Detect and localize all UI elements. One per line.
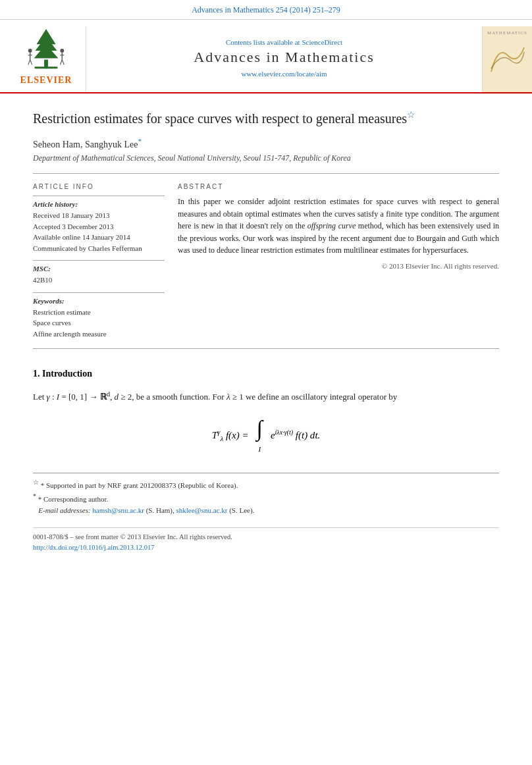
main-content: Restriction estimates for space curves w… <box>0 93 532 567</box>
cover-curve-icon <box>488 42 527 75</box>
copyright-notice: © 2013 Elsevier Inc. All rights reserved… <box>178 262 499 270</box>
journal-cover-thumbnail: Mathematics <box>483 26 532 92</box>
msc-code: 42B10 <box>33 275 165 286</box>
affiliation-line: Department of Mathematical Sciences, Seo… <box>33 153 499 164</box>
authors-line: Seheon Ham, Sanghyuk Lee* <box>33 137 499 150</box>
keywords-block: Keywords: Restriction estimate Space cur… <box>33 292 165 340</box>
journal-citation-text: Advances in Mathematics 254 (2014) 251–2… <box>192 5 340 14</box>
svg-marker-4 <box>34 44 59 58</box>
formula-lhs: Tγλ f(x) = <box>212 428 249 442</box>
article-info-column: ARTICLE INFO Article history: Received 1… <box>33 183 165 339</box>
svg-line-14 <box>62 60 64 65</box>
integral-subscript: I <box>258 445 261 453</box>
introduction-section-title: 1. Introduction <box>33 369 499 379</box>
page-header: ELSEVIER Contents lists available at Sci… <box>0 20 532 93</box>
elsevier-logo-block: ELSEVIER <box>0 26 86 92</box>
formula-integrand: eiλx·γ(t) f(t) dt. <box>271 429 320 441</box>
formula-inner: Tγλ f(x) = ∫ I eiλx·γ(t) f(t) dt. <box>212 417 321 453</box>
article-title: Restriction estimates for space curves w… <box>33 109 499 128</box>
footnotes-section: ☆ * Supported in part by NRF grant 20120… <box>33 473 499 517</box>
title-star: ☆ <box>407 110 415 120</box>
keyword-2: Space curves <box>33 317 165 329</box>
footnote-funding: ☆ * Supported in part by NRF grant 20120… <box>33 477 499 491</box>
received-date: Received 18 January 2013 <box>33 210 165 221</box>
elsevier-tree-icon <box>20 26 72 72</box>
info-abstract-section: ARTICLE INFO Article history: Received 1… <box>33 183 499 339</box>
journal-title: Advances in Mathematics <box>194 49 375 66</box>
journal-url[interactable]: www.elsevier.com/locate/aim <box>241 70 327 78</box>
header-divider <box>33 173 499 174</box>
contents-note: Contents lists available at ScienceDirec… <box>226 38 342 46</box>
history-label: Article history: <box>33 200 165 208</box>
journal-citation-bar: Advances in Mathematics 254 (2014) 251–2… <box>0 0 532 20</box>
integral-sign: ∫ <box>257 417 263 440</box>
abstract-column: ABSTRACT In this paper we consider adjoi… <box>178 183 499 339</box>
keyword-1: Restriction estimate <box>33 307 165 318</box>
intro-text-segment1: Let γ : I = [0, 1] → ℝd, d ≥ 2, be a smo… <box>33 392 397 402</box>
svg-line-13 <box>60 60 62 65</box>
email-2-link[interactable]: shklee@snu.ac.kr <box>176 506 227 514</box>
abstract-heading: ABSTRACT <box>178 183 499 190</box>
formula-integral-part: ∫ I <box>257 417 263 453</box>
communicated-by: Communicated by Charles Fefferman <box>33 243 165 254</box>
footnote-emails: E-mail addresses: hamsh@snu.ac.kr (S. Ha… <box>33 505 499 517</box>
email-1-link[interactable]: hamsh@snu.ac.kr <box>92 506 144 514</box>
keywords-label: Keywords: <box>33 297 165 305</box>
formula-display: Tγλ f(x) = ∫ I eiλx·γ(t) f(t) dt. <box>33 417 499 453</box>
elsevier-brand-label: ELSEVIER <box>20 75 72 86</box>
footnote-corresponding: * * Corresponding author. <box>33 491 499 505</box>
thumb-label-text: Mathematics <box>487 30 527 36</box>
bottom-copyright-bar: 0001-8708/$ – see front matter © 2013 El… <box>33 527 499 554</box>
introduction-body: Let γ : I = [0, 1] → ℝd, d ≥ 2, be a smo… <box>33 388 499 404</box>
svg-line-8 <box>28 60 30 65</box>
available-date: Available online 14 January 2014 <box>33 232 165 243</box>
msc-label: MSC: <box>33 265 165 273</box>
abstract-text: In this paper we consider adjoint restri… <box>178 196 499 257</box>
article-info-heading: ARTICLE INFO <box>33 183 165 190</box>
svg-point-5 <box>28 49 32 53</box>
svg-line-9 <box>30 60 32 65</box>
svg-rect-1 <box>35 66 58 68</box>
issn-line: 0001-8708/$ – see front matter © 2013 El… <box>33 532 499 543</box>
body-divider <box>33 348 499 349</box>
accepted-date: Accepted 3 December 2013 <box>33 221 165 232</box>
journal-header-center: Contents lists available at ScienceDirec… <box>86 26 483 92</box>
doi-link[interactable]: http://dx.doi.org/10.1016/j.aim.2013.12.… <box>33 542 499 554</box>
msc-block: MSC: 42B10 <box>33 260 165 286</box>
author-correspondence-star: * <box>138 137 142 145</box>
sciencedirect-link[interactable]: ScienceDirect <box>302 38 342 46</box>
svg-point-10 <box>60 49 64 53</box>
article-history-block: Article history: Received 18 January 201… <box>33 196 165 253</box>
keyword-3: Affine arclength measure <box>33 329 165 340</box>
